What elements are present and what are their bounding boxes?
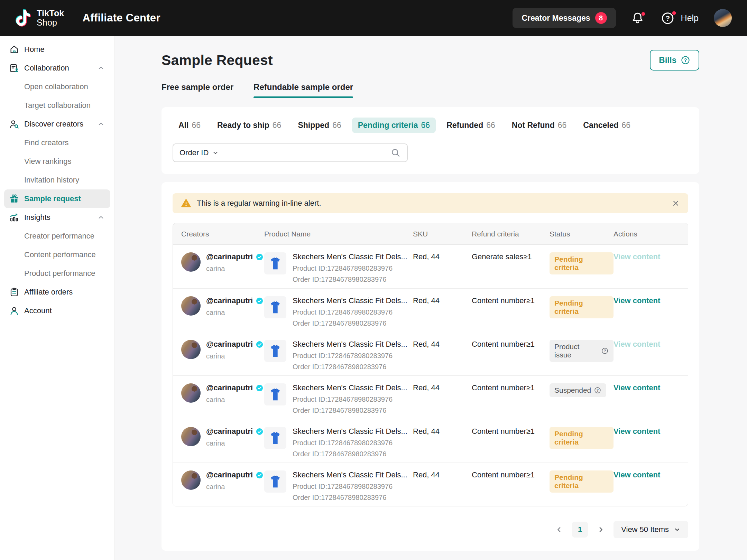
view-content-link: View content <box>614 252 660 261</box>
tab-refundable-sample-order[interactable]: Refundable sample order <box>253 82 353 98</box>
alert-close-button[interactable] <box>672 199 680 207</box>
creator-handle[interactable]: @carinaputri <box>206 340 253 349</box>
status-badge: Pending criteria <box>550 296 614 318</box>
help-button[interactable]: ? Help <box>661 11 699 25</box>
search-icon[interactable] <box>390 148 401 158</box>
creator-nickname: carina <box>206 396 264 404</box>
user-avatar[interactable] <box>714 9 732 27</box>
product-thumbnail[interactable] <box>264 470 286 493</box>
creator-handle[interactable]: @carinaputri <box>206 252 253 261</box>
product-thumbnail[interactable] <box>264 427 286 449</box>
tiktok-shop-logo[interactable]: TikTok Shop <box>15 9 64 27</box>
creator-avatar[interactable] <box>181 340 201 359</box>
sku-cell: Red, 44 <box>413 340 472 375</box>
product-name[interactable]: Skechers Men's Classic Fit Dels... <box>293 470 407 479</box>
creator-avatar[interactable] <box>181 383 201 403</box>
product-name[interactable]: Skechers Men's Classic Fit Dels... <box>293 296 407 305</box>
product-name[interactable]: Skechers Men's Classic Fit Dels... <box>293 252 407 261</box>
filter-canceled[interactable]: Canceled66 <box>577 118 636 133</box>
product-id: Product ID:17284678980283976 <box>293 483 407 491</box>
sidebar-item-label: Collaboration <box>24 64 69 73</box>
filter-all[interactable]: All66 <box>173 118 206 133</box>
sidebar-item-collaboration[interactable]: Collaboration <box>4 59 110 77</box>
product-name[interactable]: Skechers Men's Classic Fit Dels... <box>293 427 407 436</box>
product-thumbnail[interactable] <box>264 340 286 362</box>
view-content-link[interactable]: View content <box>614 383 660 392</box>
filter-not-refund[interactable]: Not Refund66 <box>506 118 573 133</box>
creator-info: @carinaputricarina <box>206 296 264 317</box>
page-size-select[interactable]: View 50 Items <box>614 521 688 538</box>
bills-button[interactable]: Bills ? <box>650 50 699 71</box>
view-content-link[interactable]: View content <box>614 470 660 479</box>
current-page-indicator[interactable]: 1 <box>572 522 588 538</box>
filter-refunded[interactable]: Refunded66 <box>441 118 501 133</box>
question-circle-icon[interactable]: ? <box>601 347 609 355</box>
notifications-button[interactable] <box>631 11 646 25</box>
creator-handle[interactable]: @carinaputri <box>206 427 253 436</box>
filter-count: 66 <box>558 121 567 130</box>
creator-handle[interactable]: @carinaputri <box>206 296 253 305</box>
question-circle-icon[interactable]: ? <box>594 386 601 394</box>
product-thumbnail[interactable] <box>264 296 286 318</box>
creator-avatar[interactable] <box>181 252 201 272</box>
order-id: Order ID:17284678980283976 <box>293 450 407 458</box>
sidebar-item-content-performance[interactable]: Content performance <box>4 245 110 264</box>
status-badge-label: Pending criteria <box>554 299 609 316</box>
filter-label: Refunded <box>446 121 483 130</box>
column-header-status: Status <box>550 230 614 238</box>
sidebar-item-creator-performance[interactable]: Creator performance <box>4 227 110 245</box>
sidebar-item-label: Target collaboration <box>24 101 91 110</box>
sidebar-item-invitation-history[interactable]: Invitation history <box>4 171 110 189</box>
filter-ready-to-ship[interactable]: Ready to ship66 <box>211 118 287 133</box>
creator-avatar[interactable] <box>181 427 201 446</box>
sidebar-item-product-performance[interactable]: Product performance <box>4 264 110 283</box>
creator-messages-button[interactable]: Creator Messages 8 <box>513 8 616 28</box>
status-badge[interactable]: Suspended? <box>550 383 606 397</box>
chevron-down-icon <box>674 526 681 533</box>
search-bar[interactable]: Order ID <box>173 143 408 162</box>
sidebar-item-discover-creators[interactable]: Discover creators <box>4 115 110 133</box>
product-name[interactable]: Skechers Men's Classic Fit Dels... <box>293 383 407 392</box>
sidebar-item-insights[interactable]: Insights <box>4 208 110 227</box>
product-cell: Skechers Men's Classic Fit Dels...Produc… <box>264 383 413 414</box>
product-name[interactable]: Skechers Men's Classic Fit Dels... <box>293 340 407 349</box>
sidebar-item-sample-request[interactable]: Sample request <box>4 189 110 208</box>
creator-avatar[interactable] <box>181 296 201 316</box>
creator-handle[interactable]: @carinaputri <box>206 470 253 479</box>
product-id: Product ID:17284678980283976 <box>293 308 407 316</box>
view-content-link[interactable]: View content <box>614 427 660 436</box>
filter-shipped[interactable]: Shipped66 <box>292 118 347 133</box>
filter-pending-criteria[interactable]: Pending criteria66 <box>352 118 436 133</box>
sidebar-item-affiliate-orders[interactable]: Affiliate orders <box>4 283 110 301</box>
order-id: Order ID:17284678980283976 <box>293 363 407 371</box>
warning-alert-message: This is a regular warning in-line alert. <box>197 199 321 208</box>
search-field-selector[interactable]: Order ID <box>179 148 219 157</box>
chevron-down-icon <box>212 149 219 156</box>
sidebar-item-account[interactable]: Account <box>4 301 110 320</box>
status-badge[interactable]: Product issue? <box>550 340 614 362</box>
page-title: Sample Request <box>162 52 273 68</box>
order-id: Order ID:17284678980283976 <box>293 276 407 283</box>
order-id: Order ID:17284678980283976 <box>293 407 407 414</box>
prev-page-button[interactable] <box>553 524 565 535</box>
header-divider <box>73 11 73 25</box>
view-content-link[interactable]: View content <box>614 296 660 305</box>
sidebar-item-target-collaboration[interactable]: Target collaboration <box>4 96 110 115</box>
filter-label: Shipped <box>298 121 329 130</box>
table-row: @carinaputricarinaSkechers Men's Classic… <box>173 245 688 288</box>
sidebar-item-view-rankings[interactable]: View rankings <box>4 152 110 171</box>
column-header-product-name: Product Name <box>264 230 413 238</box>
product-thumbnail[interactable] <box>264 252 286 274</box>
table-row: @carinaputricarinaSkechers Men's Classic… <box>173 419 688 463</box>
next-page-button[interactable] <box>595 524 607 535</box>
sidebar-item-open-collaboration[interactable]: Open collaboration <box>4 77 110 96</box>
sidebar-item-find-creators[interactable]: Find creators <box>4 133 110 152</box>
sidebar-item-home[interactable]: Home <box>4 40 110 59</box>
tab-free-sample-order[interactable]: Free sample order <box>162 82 233 98</box>
creator-avatar[interactable] <box>181 470 201 490</box>
product-thumbnail[interactable] <box>264 383 286 405</box>
verified-badge-icon <box>256 340 264 348</box>
creator-handle[interactable]: @carinaputri <box>206 383 253 392</box>
sample-request-table: CreatorsProduct NameSKURefund criteriaSt… <box>173 223 688 506</box>
sku-cell: Red, 44 <box>413 296 472 332</box>
